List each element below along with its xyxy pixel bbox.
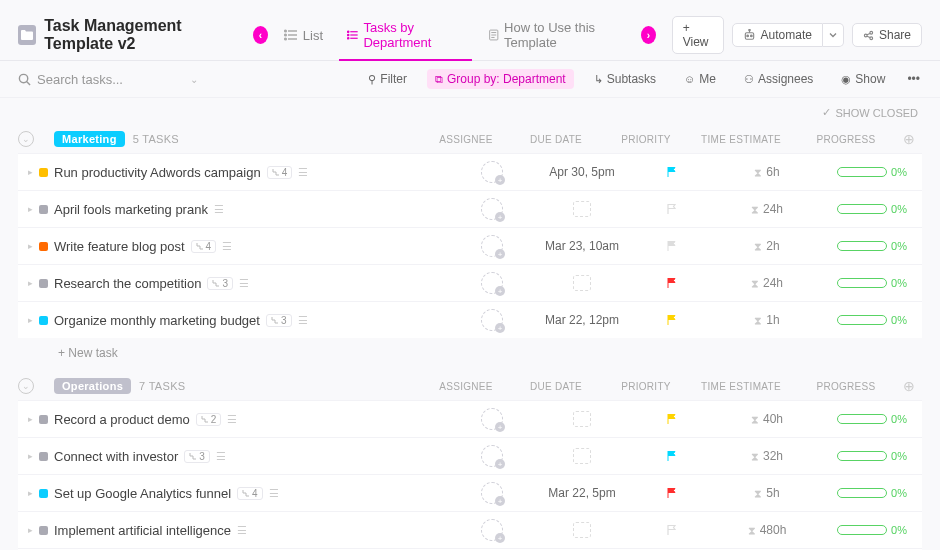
filter-button[interactable]: ⚲Filter: [360, 69, 415, 89]
assignees-button[interactable]: ⚇Assignees: [736, 69, 821, 89]
add-column-button[interactable]: ⊕: [896, 378, 922, 394]
task-row[interactable]: ▸ Organize monthly marketing budget3☰ Ma…: [18, 301, 922, 338]
search-input[interactable]: Search tasks... ⌄: [18, 72, 198, 87]
priority-flag[interactable]: [666, 413, 678, 425]
status-square[interactable]: [39, 168, 48, 177]
progress-bar[interactable]: [837, 278, 887, 288]
subtask-count[interactable]: 3: [266, 314, 292, 327]
priority-flag[interactable]: [666, 487, 678, 499]
subtask-count[interactable]: 4: [237, 487, 263, 500]
assignee-add[interactable]: [481, 161, 503, 183]
doc-icon[interactable]: ☰: [298, 314, 308, 327]
expand-icon[interactable]: ▸: [28, 241, 33, 251]
task-row[interactable]: ▸ Connect with investor3☰ ⧗32h 0%: [18, 437, 922, 474]
time-estimate[interactable]: 32h: [763, 449, 783, 463]
automate-caret[interactable]: [823, 23, 844, 47]
due-date[interactable]: Mar 23, 10am: [545, 239, 619, 253]
calendar-icon[interactable]: [573, 522, 591, 538]
subtask-count[interactable]: 3: [207, 277, 233, 290]
due-date[interactable]: Apr 30, 5pm: [549, 165, 614, 179]
priority-flag[interactable]: [666, 524, 678, 536]
task-row[interactable]: ▸ Implement artificial intelligence☰ ⧗48…: [18, 511, 922, 548]
expand-icon[interactable]: ▸: [28, 167, 33, 177]
assignee-add[interactable]: [481, 482, 503, 504]
due-date[interactable]: Mar 22, 5pm: [548, 486, 615, 500]
doc-icon[interactable]: ☰: [298, 166, 308, 179]
priority-flag[interactable]: [666, 277, 678, 289]
show-closed-button[interactable]: ✓ SHOW CLOSED: [822, 106, 918, 119]
progress-bar[interactable]: [837, 315, 887, 325]
progress-bar[interactable]: [837, 525, 887, 535]
automate-button[interactable]: Automate: [732, 23, 823, 47]
progress-bar[interactable]: [837, 488, 887, 498]
task-row[interactable]: ▸ Run productivity Adwords campaign4☰ Ap…: [18, 153, 922, 190]
time-estimate[interactable]: 6h: [766, 165, 779, 179]
doc-icon[interactable]: ☰: [227, 413, 237, 426]
assignee-add[interactable]: [481, 408, 503, 430]
calendar-icon[interactable]: [573, 411, 591, 427]
time-estimate[interactable]: 24h: [763, 276, 783, 290]
add-column-button[interactable]: ⊕: [896, 131, 922, 147]
expand-icon[interactable]: ▸: [28, 414, 33, 424]
assignee-add[interactable]: [481, 198, 503, 220]
calendar-icon[interactable]: [573, 275, 591, 291]
progress-bar[interactable]: [837, 451, 887, 461]
status-square[interactable]: [39, 279, 48, 288]
more-button[interactable]: •••: [905, 69, 922, 89]
time-estimate[interactable]: 2h: [766, 239, 779, 253]
time-estimate[interactable]: 40h: [763, 412, 783, 426]
priority-flag[interactable]: [666, 166, 678, 178]
task-row[interactable]: ▸ Set up Google Analytics funnel4☰ Mar 2…: [18, 474, 922, 511]
due-date[interactable]: Mar 22, 12pm: [545, 313, 619, 327]
status-square[interactable]: [39, 205, 48, 214]
collapse-button[interactable]: ⌄: [18, 378, 34, 394]
subtask-count[interactable]: 4: [191, 240, 217, 253]
expand-icon[interactable]: ▸: [28, 525, 33, 535]
collapse-button[interactable]: ⌄: [18, 131, 34, 147]
progress-bar[interactable]: [837, 204, 887, 214]
expand-icon[interactable]: ▸: [28, 315, 33, 325]
subtask-count[interactable]: 4: [267, 166, 293, 179]
doc-icon[interactable]: ☰: [214, 203, 224, 216]
status-square[interactable]: [39, 242, 48, 251]
tab-list[interactable]: List: [276, 18, 331, 53]
status-square[interactable]: [39, 415, 48, 424]
assignee-add[interactable]: [481, 272, 503, 294]
status-square[interactable]: [39, 316, 48, 325]
progress-bar[interactable]: [837, 241, 887, 251]
expand-icon[interactable]: ▸: [28, 204, 33, 214]
calendar-icon[interactable]: [573, 448, 591, 464]
priority-flag[interactable]: [666, 450, 678, 462]
progress-bar[interactable]: [837, 167, 887, 177]
time-estimate[interactable]: 480h: [760, 523, 787, 537]
assignee-add[interactable]: [481, 445, 503, 467]
expand-icon[interactable]: ▸: [28, 278, 33, 288]
doc-icon[interactable]: ☰: [237, 524, 247, 537]
progress-bar[interactable]: [837, 414, 887, 424]
assignee-add[interactable]: [481, 309, 503, 331]
tab-how-to-use[interactable]: How to Use this Template: [480, 10, 633, 60]
share-button[interactable]: Share: [852, 23, 922, 47]
nav-prev-button[interactable]: ‹: [253, 26, 268, 44]
time-estimate[interactable]: 5h: [766, 486, 779, 500]
tab-tasks-by-department[interactable]: Tasks by Department: [339, 10, 472, 60]
show-button[interactable]: ◉Show: [833, 69, 893, 89]
priority-flag[interactable]: [666, 314, 678, 326]
doc-icon[interactable]: ☰: [239, 277, 249, 290]
priority-flag[interactable]: [666, 240, 678, 252]
time-estimate[interactable]: 24h: [763, 202, 783, 216]
status-square[interactable]: [39, 452, 48, 461]
time-estimate[interactable]: 1h: [766, 313, 779, 327]
doc-icon[interactable]: ☰: [222, 240, 232, 253]
expand-icon[interactable]: ▸: [28, 451, 33, 461]
status-square[interactable]: [39, 526, 48, 535]
nav-next-button[interactable]: ›: [641, 26, 656, 44]
group-badge[interactable]: Marketing: [54, 131, 125, 147]
subtask-count[interactable]: 3: [184, 450, 210, 463]
subtask-count[interactable]: 2: [196, 413, 222, 426]
doc-icon[interactable]: ☰: [269, 487, 279, 500]
task-row[interactable]: ▸ Write feature blog post4☰ Mar 23, 10am…: [18, 227, 922, 264]
new-task-button[interactable]: + New task: [18, 338, 922, 360]
task-row[interactable]: ▸ April fools marketing prank☰ ⧗24h 0%: [18, 190, 922, 227]
doc-icon[interactable]: ☰: [216, 450, 226, 463]
